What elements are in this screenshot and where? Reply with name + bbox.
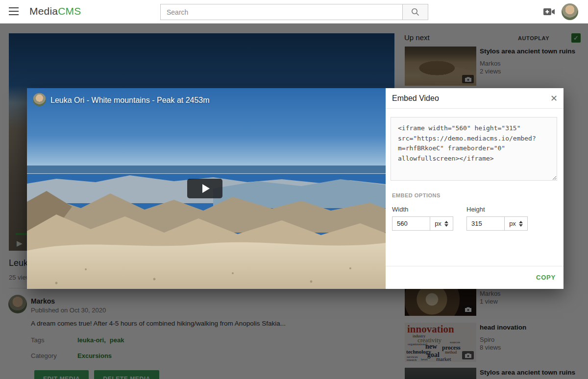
preview-author-avatar <box>33 93 46 106</box>
brand-cms: CMS <box>58 5 81 17</box>
embed-panel: Embed Video ✕ <iframe width="560" height… <box>386 88 564 289</box>
search-bar <box>160 4 428 20</box>
copy-button[interactable]: COPY <box>536 274 556 281</box>
modal-header: Embed Video ✕ <box>386 88 564 109</box>
width-field-group: Width px <box>392 206 453 231</box>
width-input[interactable] <box>392 217 430 230</box>
height-label: Height <box>466 206 528 213</box>
width-unit-select[interactable]: px <box>430 217 453 230</box>
menu-icon[interactable] <box>9 7 19 15</box>
embed-code-textarea[interactable]: <iframe width="560" height="315" src="ht… <box>391 117 557 181</box>
search-input[interactable] <box>161 4 402 20</box>
search-icon <box>411 8 419 16</box>
height-field-group: Height px <box>466 206 528 231</box>
top-navbar: MediaCMS <box>0 0 588 24</box>
width-label: Width <box>392 206 453 213</box>
preview-video-title: Leuka Ori - White mountains - Peak at 24… <box>50 96 210 105</box>
spinner-icon <box>444 221 448 227</box>
unit-label: px <box>509 220 516 227</box>
brand-logo[interactable]: MediaCMS <box>29 5 81 17</box>
upload-media-icon[interactable] <box>543 7 557 17</box>
brand-media: Media <box>29 5 58 17</box>
unit-label: px <box>435 220 441 227</box>
height-unit-select[interactable]: px <box>504 217 527 230</box>
modal-footer: COPY <box>386 266 564 289</box>
embed-video-modal: Leuka Ori - White mountains - Peak at 24… <box>27 88 564 289</box>
spinner-icon <box>519 221 523 227</box>
embed-video-preview[interactable]: Leuka Ori - White mountains - Peak at 24… <box>27 88 386 289</box>
user-avatar[interactable] <box>562 3 578 20</box>
preview-play-button[interactable] <box>187 179 222 198</box>
modal-title: Embed Video <box>392 94 439 103</box>
height-input[interactable] <box>467 217 504 230</box>
close-icon[interactable]: ✕ <box>550 93 558 104</box>
search-button[interactable] <box>402 4 428 20</box>
embed-options-label: EMBED OPTIONS <box>392 192 441 198</box>
app-root: ▶ Leuka Ori - White mountains - Peak at … <box>0 0 588 379</box>
